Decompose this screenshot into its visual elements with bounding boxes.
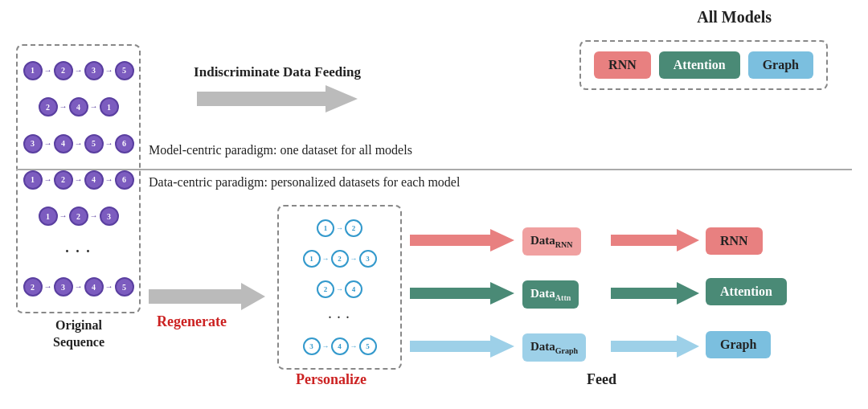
seq-node: 1 [23, 170, 43, 190]
divider-line [16, 169, 852, 170]
person-seq-row-5: 3 → 4 → 5 [303, 337, 377, 355]
seq-node: 5 [115, 277, 134, 297]
svg-marker-4 [410, 335, 514, 358]
seq-row-2: 2 → 4 → 1 [39, 97, 119, 117]
person-seq-arrow: → [336, 285, 343, 293]
data-attn-sub: Attn [555, 293, 571, 302]
data-graph-box: DataGraph [522, 333, 586, 362]
svg-marker-3 [410, 282, 514, 305]
regen-arrow [149, 281, 265, 312]
seq-node: 6 [115, 170, 134, 190]
person-seq-dots: · · · [329, 312, 351, 325]
data-rnn-sub: RNN [555, 240, 573, 249]
svg-marker-0 [197, 85, 358, 112]
person-seq-node: 1 [317, 219, 334, 237]
original-sequence-label: Original Sequence [23, 317, 135, 351]
seq-row-7: 2 → 3 → 4 → 5 [23, 277, 134, 297]
person-seq-arrow: → [322, 342, 330, 350]
person-seq-node: 1 [303, 250, 321, 268]
model-box-rnn: RNN [594, 51, 651, 79]
person-seq-arrow: → [336, 224, 343, 232]
person-seq-arrow: → [350, 255, 358, 263]
top-arrow-area: Indiscriminate Data Feeding [149, 64, 406, 114]
final-attention-box: Attention [706, 278, 787, 305]
seq-dots: · · · [65, 243, 92, 260]
svg-marker-1 [149, 283, 265, 310]
seq-node: 2 [23, 277, 43, 297]
seq-node: 2 [54, 61, 73, 80]
seq-arrow: → [105, 67, 113, 75]
seq-arrow: → [105, 176, 113, 184]
person-seq-row-3: 2 → 4 [317, 280, 362, 298]
personalized-sequences-box: 1 → 2 1 → 2 → 3 2 → 4 · · · 3 → 4 → 5 [277, 205, 402, 370]
seq-node: 5 [115, 61, 134, 80]
person-seq-arrow: → [350, 342, 358, 350]
seq-arrow: → [90, 212, 98, 220]
seq-node: 4 [84, 170, 104, 190]
final-rnn-box: RNN [706, 227, 763, 255]
graph-arrow-1 [410, 333, 514, 359]
person-seq-node: 5 [359, 337, 377, 355]
data-centric-label: Data-centric paradigm: personalized data… [149, 175, 460, 190]
final-graph-box: Graph [706, 331, 771, 358]
seq-arrow: → [75, 140, 83, 148]
svg-marker-7 [611, 335, 699, 358]
seq-node: 3 [54, 277, 73, 297]
seq-arrow: → [59, 103, 68, 111]
svg-marker-6 [611, 282, 699, 305]
seq-arrow: → [44, 140, 52, 148]
diagram: All Models 1 → 2 → 3 → 5 2 → 4 → 1 3 → 4… [0, 0, 868, 409]
seq-node: 4 [69, 97, 88, 117]
svg-marker-5 [611, 229, 699, 252]
svg-marker-2 [410, 229, 514, 252]
person-seq-row-1: 1 → 2 [317, 219, 362, 237]
seq-arrow: → [75, 176, 83, 184]
seq-node: 3 [23, 134, 43, 153]
person-seq-node: 2 [331, 250, 349, 268]
regenerate-label: Regenerate [157, 313, 227, 330]
seq-node: 2 [39, 97, 58, 117]
seq-arrow: → [59, 212, 68, 220]
feeding-label: Indiscriminate Data Feeding [194, 64, 361, 80]
seq-node: 2 [69, 207, 88, 226]
model-box-attention: Attention [659, 51, 740, 79]
attn-arrow-2 [611, 280, 699, 306]
data-rnn-box: DataRNN [522, 227, 581, 256]
seq-arrow: → [90, 103, 98, 111]
attn-arrow-1 [410, 280, 514, 306]
seq-arrow: → [75, 283, 83, 291]
person-seq-node: 2 [345, 219, 362, 237]
rnn-arrow-1 [410, 227, 514, 253]
person-seq-arrow: → [322, 255, 330, 263]
feed-label: Feed [587, 371, 616, 388]
seq-arrow: → [44, 67, 52, 75]
seq-node: 4 [84, 277, 104, 297]
seq-node: 1 [100, 97, 119, 117]
seq-arrow: → [105, 140, 113, 148]
data-graph-sub: Graph [555, 346, 578, 355]
seq-row-3: 3 → 4 → 5 → 6 [23, 134, 134, 153]
seq-node: 3 [84, 61, 104, 80]
sequences-box: 1 → 2 → 3 → 5 2 → 4 → 1 3 → 4 → 5 → 6 1 [16, 44, 141, 313]
model-box-graph: Graph [748, 51, 813, 79]
model-centric-label: Model-centric paradigm: one dataset for … [149, 143, 412, 157]
seq-node: 1 [39, 207, 58, 226]
rnn-arrow-2 [611, 227, 699, 253]
person-seq-node: 2 [317, 280, 334, 298]
person-seq-node: 3 [303, 337, 321, 355]
all-models-box: RNN Attention Graph [579, 40, 828, 90]
seq-node: 4 [54, 134, 73, 153]
seq-node: 3 [100, 207, 119, 226]
data-attn-box: DataAttn [522, 280, 579, 309]
person-seq-row-2: 1 → 2 → 3 [303, 250, 377, 268]
person-seq-node: 4 [345, 280, 362, 298]
indiscriminate-arrow [197, 84, 358, 114]
seq-row-4: 1 → 2 → 4 → 6 [23, 170, 134, 190]
all-models-heading: All Models [697, 8, 772, 27]
graph-arrow-2 [611, 333, 699, 359]
seq-arrow: → [75, 67, 83, 75]
person-seq-node: 3 [359, 250, 377, 268]
personalize-label: Personalize [296, 371, 366, 388]
seq-row-1: 1 → 2 → 3 → 5 [23, 61, 134, 80]
person-seq-node: 4 [331, 337, 349, 355]
